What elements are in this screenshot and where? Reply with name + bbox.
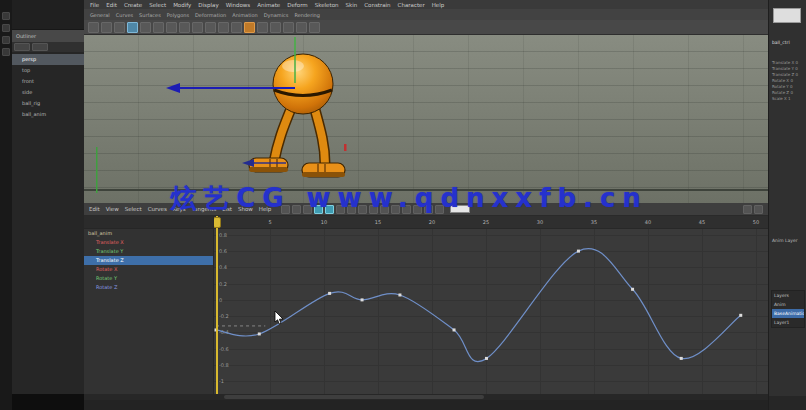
anim-layer-anim[interactable]: Anim: [772, 300, 804, 309]
outliner-item-persp[interactable]: persp: [12, 54, 84, 65]
grid-icon[interactable]: [2, 24, 10, 32]
keyframe[interactable]: [485, 357, 488, 360]
graph-editor-toolbar-right: [743, 205, 763, 214]
shelf-tab-rendering[interactable]: Rendering: [294, 12, 320, 18]
shelf-tab-dynamics[interactable]: Dynamics: [264, 12, 289, 18]
render-settings-icon[interactable]: [270, 22, 281, 33]
anim-layer-baseanimation[interactable]: BaseAnimation: [772, 309, 804, 318]
menu-select[interactable]: Select: [149, 2, 166, 8]
anim-layer-layer1[interactable]: Layer1: [772, 318, 804, 327]
select-tool-icon[interactable]: [88, 22, 99, 33]
snap-view-icon[interactable]: [205, 22, 216, 33]
keyframe[interactable]: [631, 288, 634, 291]
maya-application-window: Outliner persptopfrontsideball_rigball_a…: [0, 0, 806, 410]
channel-box-panel: ball_ctrl Translate X 0Translate Y 0Tran…: [768, 0, 806, 410]
keyframe[interactable]: [680, 357, 683, 360]
playblast-icon[interactable]: [309, 22, 320, 33]
keyframe[interactable]: [258, 332, 261, 335]
attribute-list: Translate X 0Translate Y 0Translate Z 0R…: [772, 60, 798, 102]
channel-translate-x[interactable]: Translate X: [84, 238, 213, 247]
character-right-foot: [302, 163, 345, 177]
keyframe[interactable]: [328, 292, 331, 295]
outliner-item-front[interactable]: front: [12, 76, 84, 87]
snap-curve-icon[interactable]: [179, 22, 190, 33]
select-icon[interactable]: [2, 12, 10, 20]
playhead[interactable]: [214, 217, 221, 228]
selected-object-name: ball_ctrl: [772, 40, 790, 45]
paint-effects-icon[interactable]: [283, 22, 294, 33]
camera-icon[interactable]: [2, 36, 10, 44]
channel-rotate-y[interactable]: Rotate Y: [84, 274, 213, 283]
shelf-tab-surfaces[interactable]: Surfaces: [139, 12, 161, 18]
shelf-tab-animation[interactable]: Animation: [232, 12, 258, 18]
trax-editor-icon[interactable]: [754, 205, 763, 214]
menu-edit[interactable]: Edit: [106, 2, 117, 8]
attribute-line: Scale X 1: [772, 96, 798, 102]
outliner-tab-layers[interactable]: [32, 43, 48, 51]
scale-tool-icon[interactable]: [153, 22, 164, 33]
menu-skin[interactable]: Skin: [346, 2, 358, 8]
menu-animate[interactable]: Animate: [257, 2, 280, 8]
shelf-tab-curves[interactable]: Curves: [116, 12, 133, 18]
character-ball-rig[interactable]: [240, 46, 370, 196]
anim-layer-layers[interactable]: Layers: [772, 291, 804, 300]
move-tool-icon[interactable]: [127, 22, 138, 33]
outliner-item-side[interactable]: side: [12, 87, 84, 98]
keyframe[interactable]: [398, 293, 401, 296]
menu-file[interactable]: File: [90, 2, 99, 8]
channel-rotate-x[interactable]: Rotate X: [84, 265, 213, 274]
keyframe[interactable]: [361, 298, 364, 301]
keyframe[interactable]: [453, 328, 456, 331]
scrollbar-handle[interactable]: [224, 395, 484, 399]
menu-modify[interactable]: Modify: [173, 2, 191, 8]
dope-sheet-icon[interactable]: [743, 205, 752, 214]
keyframe[interactable]: [739, 314, 742, 317]
shelf-tab-general[interactable]: General: [90, 12, 110, 18]
rotate-tool-icon[interactable]: [140, 22, 151, 33]
main-menubar: FileEditCreateSelectModifyDisplayWindows…: [84, 0, 768, 9]
lasso-tool-icon[interactable]: [101, 22, 112, 33]
menu-help[interactable]: Help: [432, 2, 445, 8]
right-panel-footer: [769, 396, 806, 410]
animation-curve[interactable]: [216, 249, 741, 362]
snap-grid-icon[interactable]: [166, 22, 177, 33]
snap-point-icon[interactable]: [192, 22, 203, 33]
channel-ball_anim[interactable]: ball_anim: [84, 229, 213, 238]
layers-icon[interactable]: [2, 48, 10, 56]
channel-outliner: ball_animTranslate XTranslate YTranslate…: [84, 216, 214, 394]
animation-curve-canvas: [214, 216, 768, 394]
outliner-item-ball_rig[interactable]: ball_rig: [12, 98, 84, 109]
bottom-bar: [84, 400, 768, 410]
site-watermark: 炫艺CG www.qdnxxfb.cn: [84, 181, 734, 216]
channel-translate-y[interactable]: Translate Y: [84, 247, 213, 256]
curve-view[interactable]: 05101520253035404550 0.80.60.40.20-0.2-0…: [214, 216, 768, 394]
anim-layer-list: LayersAnimBaseAnimationLayer1: [771, 290, 805, 328]
menu-display[interactable]: Display: [198, 2, 218, 8]
channel-translate-z[interactable]: Translate Z: [84, 256, 213, 265]
menu-deform[interactable]: Deform: [287, 2, 307, 8]
character-highlight: [282, 60, 304, 72]
outliner-tab-scene[interactable]: [14, 43, 30, 51]
construction-history-icon[interactable]: [231, 22, 242, 33]
render-icon[interactable]: [244, 22, 255, 33]
menu-windows[interactable]: Windows: [226, 2, 251, 8]
shelf-tab-deformation[interactable]: Deformation: [195, 12, 226, 18]
ipr-render-icon[interactable]: [257, 22, 268, 33]
menu-character[interactable]: Character: [398, 2, 425, 8]
paint-select-icon[interactable]: [114, 22, 125, 33]
menu-constrain[interactable]: Constrain: [364, 2, 390, 8]
playhead-line[interactable]: [216, 216, 218, 394]
channel-rotate-z[interactable]: Rotate Z: [84, 283, 213, 292]
make-live-icon[interactable]: [218, 22, 229, 33]
shelf-tab-polygons[interactable]: Polygons: [167, 12, 189, 18]
outliner-item-ball_anim[interactable]: ball_anim: [12, 109, 84, 120]
viewport-3d[interactable]: [84, 35, 768, 203]
menu-skeleton[interactable]: Skeleton: [315, 2, 339, 8]
keyframe[interactable]: [577, 250, 580, 253]
channel-list: ball_animTranslate XTranslate YTranslate…: [84, 229, 213, 292]
outliner-item-top[interactable]: top: [12, 65, 84, 76]
quick-layout-strip: [0, 0, 12, 410]
hypershade-icon[interactable]: [296, 22, 307, 33]
menu-create[interactable]: Create: [124, 2, 142, 8]
main-toolbar: [84, 20, 768, 35]
